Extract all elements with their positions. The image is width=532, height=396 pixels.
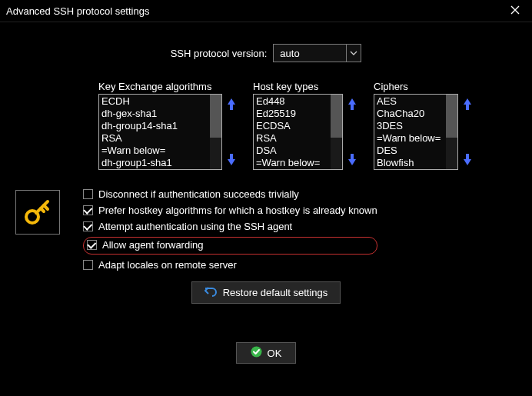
checkbox-label: Attempt authentication using the SSH age… <box>98 221 292 232</box>
ciphers-move-up[interactable] <box>463 97 472 111</box>
ok-label: OK <box>268 348 282 359</box>
kex-move-up[interactable] <box>227 97 236 111</box>
hostkey-header: Host key types <box>253 81 357 92</box>
list-item[interactable]: ECDH <box>101 95 221 108</box>
list-item[interactable]: dh-group1-sha1 <box>101 157 221 169</box>
kex-move-down[interactable] <box>227 153 236 167</box>
restore-defaults-button[interactable]: Restore default settings <box>191 281 341 304</box>
key-icon-frame <box>15 190 60 235</box>
chevron-down-icon <box>346 45 361 62</box>
checkbox-adapt-locales[interactable]: Adapt locales on remote server <box>83 259 377 271</box>
protocol-version-label: SSH protocol version: <box>171 48 268 59</box>
ciphers-move-down[interactable] <box>463 153 472 167</box>
scrollbar[interactable] <box>446 95 457 169</box>
protocol-version-row: SSH protocol version: auto <box>0 44 532 62</box>
titlebar: Advanced SSH protocol settings <box>0 0 532 22</box>
list-item[interactable]: dh-gex-sha1 <box>101 108 221 120</box>
close-button[interactable] <box>504 0 526 22</box>
list-item[interactable]: RSA <box>101 132 221 145</box>
key-icon <box>22 195 54 230</box>
allow-forwarding-highlight: Allow agent forwarding <box>83 237 377 255</box>
checkbox-label: Allow agent forwarding <box>102 239 204 251</box>
protocol-version-select[interactable]: auto <box>273 44 361 62</box>
list-item[interactable]: Ed25519 <box>256 108 342 120</box>
list-item[interactable]: dh-group14-sha1 <box>101 120 221 132</box>
scrollbar[interactable] <box>210 95 221 169</box>
list-item[interactable]: =Warn below= <box>256 157 342 169</box>
checkbox-label: Disconnect if authentication succeeds tr… <box>98 188 299 200</box>
kex-column: Key Exchange algorithms ECDH dh-gex-sha1… <box>98 81 236 170</box>
checkbox-attempt-agent[interactable]: Attempt authentication using the SSH age… <box>83 221 377 232</box>
ciphers-listbox[interactable]: AES ChaCha20 3DES =Warn below= DES Blowf… <box>374 94 458 170</box>
checkbox-label: Prefer hostkey algorithms for which a ho… <box>98 205 377 216</box>
checkbox-allow-forwarding[interactable]: Allow agent forwarding <box>87 239 204 251</box>
window-title: Advanced SSH protocol settings <box>6 5 149 17</box>
hostkey-listbox[interactable]: Ed448 Ed25519 ECDSA RSA DSA =Warn below= <box>253 94 343 170</box>
checkbox-disconnect-trivial[interactable]: Disconnect if authentication succeeds tr… <box>83 188 377 200</box>
check-icon <box>251 346 262 360</box>
list-item[interactable]: =Warn below= <box>101 145 221 157</box>
hostkey-move-up[interactable] <box>347 97 357 111</box>
algorithm-lists: Key Exchange algorithms ECDH dh-gex-sha1… <box>0 62 532 176</box>
ok-button[interactable]: OK <box>236 342 297 364</box>
ciphers-column: Ciphers AES ChaCha20 3DES =Warn below= D… <box>374 81 472 170</box>
list-item[interactable]: Ed448 <box>256 95 342 108</box>
scrollbar-thumb[interactable] <box>210 95 221 138</box>
checkbox-label: Adapt locales on remote server <box>98 259 237 271</box>
list-item[interactable]: DSA <box>256 145 342 157</box>
restore-row: Restore default settings <box>0 281 532 304</box>
options-list: Disconnect if authentication succeeds tr… <box>83 188 377 271</box>
restore-label: Restore default settings <box>223 287 328 298</box>
protocol-version-value: auto <box>274 48 346 59</box>
options-area: Disconnect if authentication succeeds tr… <box>0 176 532 271</box>
undo-icon <box>204 286 217 299</box>
checkbox-prefer-hostkey[interactable]: Prefer hostkey algorithms for which a ho… <box>83 205 377 216</box>
scrollbar[interactable] <box>331 95 342 169</box>
hostkey-column: Host key types Ed448 Ed25519 ECDSA RSA D… <box>253 81 357 170</box>
kex-listbox[interactable]: ECDH dh-gex-sha1 dh-group14-sha1 RSA =Wa… <box>98 94 222 170</box>
list-item[interactable]: RSA <box>256 132 342 145</box>
hostkey-move-down[interactable] <box>347 153 357 167</box>
scrollbar-thumb[interactable] <box>331 95 342 138</box>
kex-header: Key Exchange algorithms <box>98 81 236 92</box>
ciphers-header: Ciphers <box>374 81 472 92</box>
ok-row: OK <box>0 342 532 364</box>
list-item[interactable]: ECDSA <box>256 120 342 132</box>
scrollbar-thumb[interactable] <box>446 95 457 138</box>
close-icon <box>510 5 520 17</box>
